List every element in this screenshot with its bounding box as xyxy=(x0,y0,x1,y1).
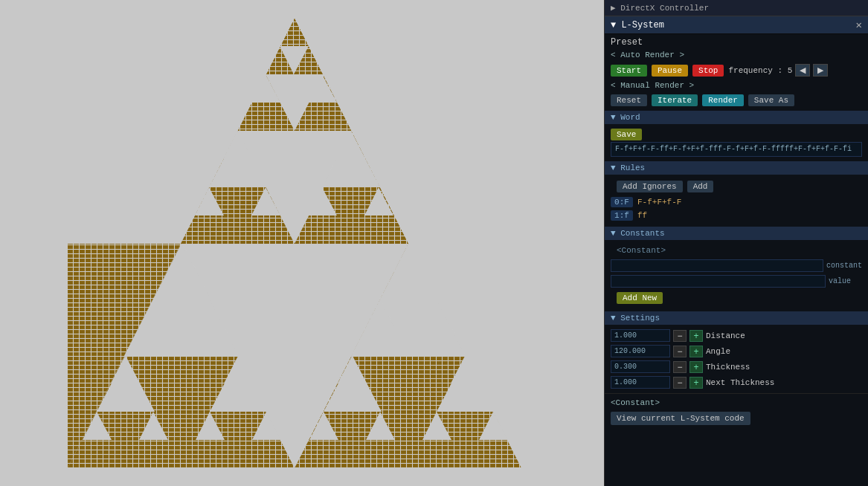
setting-increase-3[interactable]: + xyxy=(689,377,703,389)
constants-section: <Constant> constant value Add New xyxy=(605,240,868,310)
setting-decrease-2[interactable]: − xyxy=(673,361,687,373)
settings-list: − + Distance − + Angle − + Thickness − +… xyxy=(611,328,862,390)
right-panel: ▶ DirectX Controller ▼ L-System ✕ Preset… xyxy=(604,0,868,486)
pause-button[interactable]: Pause xyxy=(652,65,688,77)
add-ignores-button[interactable]: Add Ignores xyxy=(617,181,683,192)
constant-label: constant xyxy=(826,262,862,270)
freq-decrease-button[interactable]: ◀ xyxy=(795,64,810,77)
rules-header-label: ▼ Rules xyxy=(611,163,645,172)
word-save-button[interactable]: Save xyxy=(611,129,642,140)
rule-row-1: 1:f ff xyxy=(611,209,862,222)
bottom-area: <Constant> View current L-System code xyxy=(605,393,868,428)
rule-row-0: 0:F F-f+F+f-F xyxy=(611,195,862,209)
word-header-label: ▼ Word xyxy=(611,113,640,122)
rule-value-1: ff xyxy=(637,211,647,220)
view-code-button[interactable]: View current L-System code xyxy=(611,412,750,425)
setting-value-1[interactable] xyxy=(611,345,670,357)
render-button[interactable]: Render xyxy=(702,94,744,106)
iterate-button[interactable]: Iterate xyxy=(652,94,698,106)
setting-decrease-0[interactable]: − xyxy=(673,330,687,342)
top-bar-title: ▶ DirectX Controller xyxy=(611,3,709,13)
preset-label: Preset xyxy=(611,37,643,48)
freq-increase-button[interactable]: ▶ xyxy=(813,64,828,77)
constants-section-header: ▼ Constants xyxy=(605,227,868,240)
setting-row-1: − + Angle xyxy=(611,343,862,359)
setting-name-0: Distance xyxy=(706,331,745,340)
setting-increase-2[interactable]: + xyxy=(689,361,703,373)
rules-buttons: Add Ignores Add xyxy=(611,178,862,195)
manual-render-header: < Manual Render > xyxy=(605,80,868,91)
word-section: Save F-f+F+f-F-ff+F-f+F+f-fff-F-f+F+f-F-… xyxy=(605,124,868,160)
rules-list: 0:F F-f+F+f-F 1:f ff xyxy=(611,195,862,222)
word-save-row: Save xyxy=(611,127,862,142)
panel-close-button[interactable]: ✕ xyxy=(856,19,862,31)
settings-section-header: ▼ Settings xyxy=(605,311,868,325)
panel-content: Preset < Auto Render > Start Pause Stop … xyxy=(605,34,868,486)
settings-section: − + Distance − + Angle − + Thickness − +… xyxy=(605,325,868,393)
frequency-label: frequency : 5 xyxy=(728,66,792,75)
setting-row-0: − + Distance xyxy=(611,328,862,343)
rule-index-0: 0:F xyxy=(611,197,633,207)
word-display: F-f+F+f-F-ff+F-f+F+f-fff-F-f+F+f-F-fffff… xyxy=(611,142,862,157)
settings-header-label: ▼ Settings xyxy=(611,314,660,323)
top-bar: ▶ DirectX Controller xyxy=(605,0,868,16)
panel-header-title: ▼ L-System xyxy=(611,20,664,30)
setting-value-0[interactable] xyxy=(611,329,670,342)
setting-name-3: Next Thickness xyxy=(706,378,774,387)
value-label: value xyxy=(829,277,862,285)
setting-increase-1[interactable]: + xyxy=(689,346,703,357)
add-new-row: Add New xyxy=(611,289,862,307)
setting-decrease-3[interactable]: − xyxy=(673,377,687,389)
frequency-display: frequency : 5 ◀ ▶ xyxy=(728,64,828,77)
preset-row: Preset xyxy=(605,34,868,49)
word-section-header: ▼ Word xyxy=(605,111,868,124)
constants-header-label: ▼ Constants xyxy=(611,229,665,238)
setting-value-3[interactable] xyxy=(611,376,670,389)
setting-increase-0[interactable]: + xyxy=(689,330,703,342)
auto-render-label: < Auto Render > xyxy=(611,51,684,59)
rules-section: Add Ignores Add 0:F F-f+F+f-F 1:f ff xyxy=(605,175,868,225)
constant-name-input[interactable] xyxy=(611,259,823,272)
rule-value-0: F-f+F+f-F xyxy=(637,198,681,207)
constant-value-input[interactable] xyxy=(611,275,826,288)
constant-placeholder: <Constant> xyxy=(617,246,666,255)
setting-value-2[interactable] xyxy=(611,360,670,373)
auto-render-header: < Auto Render > xyxy=(605,49,868,61)
constant-placeholder-row: <Constant> xyxy=(611,243,862,258)
canvas-area xyxy=(0,0,604,486)
manual-render-controls: Reset Iterate Render Save As xyxy=(605,91,868,109)
rule-index-1: 1:f xyxy=(611,210,633,221)
reset-button[interactable]: Reset xyxy=(611,94,647,106)
fractal-display xyxy=(0,0,604,486)
start-button[interactable]: Start xyxy=(611,65,647,77)
setting-name-1: Angle xyxy=(706,347,730,356)
constant-input-row: constant xyxy=(611,258,862,273)
setting-decrease-1[interactable]: − xyxy=(673,346,687,357)
stop-button[interactable]: Stop xyxy=(692,65,724,77)
auto-render-controls: Start Pause Stop frequency : 5 ◀ ▶ xyxy=(605,61,868,80)
setting-row-3: − + Next Thickness xyxy=(611,375,862,390)
bottom-constant-label: <Constant> xyxy=(611,397,862,409)
constant-value-row: value xyxy=(611,273,862,289)
rules-section-header: ▼ Rules xyxy=(605,161,868,175)
add-rule-button[interactable]: Add xyxy=(687,181,714,192)
save-as-button[interactable]: Save As xyxy=(748,94,794,106)
manual-render-label: < Manual Render > xyxy=(611,81,694,90)
setting-row-2: − + Thickness xyxy=(611,359,862,375)
add-new-button[interactable]: Add New xyxy=(617,292,663,304)
setting-name-2: Thickness xyxy=(706,363,750,372)
panel-header: ▼ L-System ✕ xyxy=(605,16,868,34)
